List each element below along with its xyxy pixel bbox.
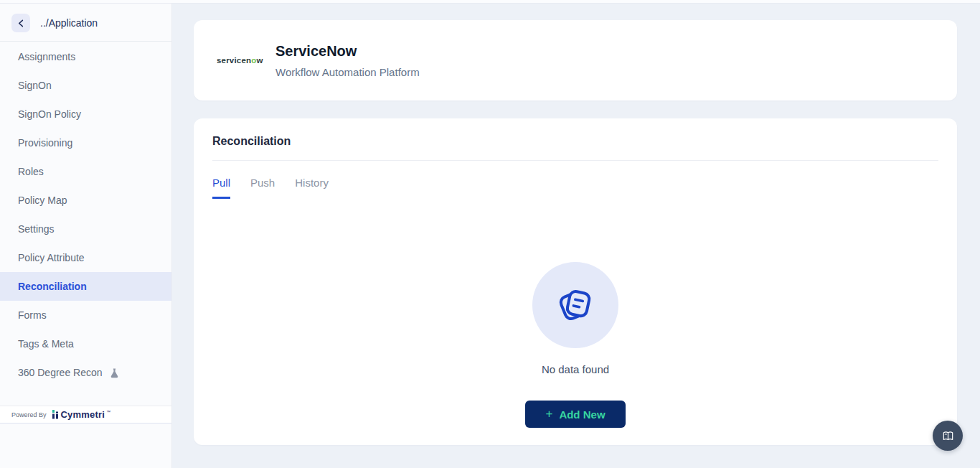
application-header-card: servicenow ServiceNow Workflow Automatio…	[194, 20, 957, 100]
add-new-button[interactable]: + Add New	[525, 401, 626, 428]
sidebar-item-label: Provisioning	[18, 137, 72, 149]
empty-state: No data found + Add New	[212, 199, 938, 428]
no-data-message: No data found	[542, 363, 609, 375]
plus-icon: +	[545, 407, 552, 421]
sidebar-item-360-degree-recon[interactable]: 360 Degree Recon	[0, 358, 171, 387]
cymmetri-logo: Cymmetri ™	[52, 409, 111, 420]
sidebar-item-label: SignOn	[18, 80, 52, 91]
servicenow-wordmark: servicenow	[217, 56, 263, 65]
sidebar-item-label: Assignments	[18, 51, 75, 62]
tab-pull[interactable]: Pull	[212, 177, 230, 199]
card-divider	[212, 160, 938, 161]
reconciliation-card: Reconciliation Pull Push History	[194, 118, 957, 445]
main-content: servicenow ServiceNow Workflow Automatio…	[172, 4, 980, 468]
no-data-documents-icon	[553, 283, 598, 327]
sidebar-item-label: Forms	[18, 309, 47, 321]
tab-history[interactable]: History	[295, 177, 329, 199]
docs-floating-button[interactable]	[933, 421, 963, 451]
empty-state-circle	[532, 262, 618, 348]
back-label: ../Application	[40, 17, 98, 29]
sidebar-item-label: Tags & Meta	[18, 338, 74, 350]
sidebar-item-label: Roles	[18, 166, 44, 177]
powered-by-bar: Powered By Cymmetri ™	[0, 406, 171, 423]
flask-icon	[110, 368, 119, 378]
sidebar: ../Application Assignments SignOn SignOn…	[0, 4, 172, 468]
sidebar-item-policy-map[interactable]: Policy Map	[0, 186, 171, 215]
sidebar-item-label: Settings	[18, 223, 55, 235]
open-book-icon	[941, 430, 955, 442]
application-title: ServiceNow	[275, 43, 420, 60]
sidebar-nav: Assignments SignOn SignOn Policy Provisi…	[0, 42, 171, 387]
sidebar-item-policy-attribute[interactable]: Policy Attribute	[0, 243, 171, 272]
add-new-label: Add New	[559, 408, 605, 421]
sidebar-item-signon-policy[interactable]: SignOn Policy	[0, 100, 171, 128]
reconciliation-title: Reconciliation	[212, 135, 938, 148]
powered-by-label: Powered By	[11, 411, 47, 418]
tab-push[interactable]: Push	[250, 177, 275, 199]
back-button[interactable]	[11, 14, 30, 32]
sidebar-item-signon[interactable]: SignOn	[0, 71, 171, 100]
trademark-symbol: ™	[106, 410, 110, 414]
sidebar-item-label: 360 Degree Recon	[18, 367, 103, 378]
servicenow-logo: servicenow	[217, 56, 275, 65]
recon-tabs: Pull Push History	[212, 177, 938, 199]
chevron-left-icon	[17, 19, 26, 28]
sidebar-item-assignments[interactable]: Assignments	[0, 42, 171, 71]
sidebar-item-provisioning[interactable]: Provisioning	[0, 128, 171, 157]
sidebar-item-label: Policy Attribute	[18, 252, 85, 263]
sidebar-item-label: Policy Map	[18, 195, 67, 206]
application-title-block: ServiceNow Workflow Automation Platform	[275, 43, 420, 78]
sidebar-item-roles[interactable]: Roles	[0, 157, 171, 186]
sidebar-item-label: Reconciliation	[18, 281, 87, 292]
sidebar-item-tags-meta[interactable]: Tags & Meta	[0, 329, 171, 358]
back-row: ../Application	[0, 4, 171, 41]
application-subtitle: Workflow Automation Platform	[275, 66, 420, 78]
sidebar-item-forms[interactable]: Forms	[0, 301, 171, 329]
sidebar-item-label: SignOn Policy	[18, 108, 81, 120]
sidebar-item-reconciliation[interactable]: Reconciliation	[0, 272, 171, 301]
cymmetri-brand-text: Cymmetri	[61, 409, 105, 420]
sidebar-item-settings[interactable]: Settings	[0, 215, 171, 243]
cymmetri-logo-icon	[52, 410, 59, 419]
